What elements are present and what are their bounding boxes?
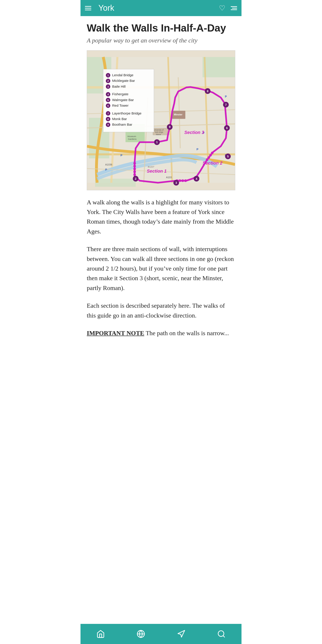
svg-text:Layerthorpe Bridge: Layerthorpe Bridge bbox=[112, 111, 141, 115]
svg-text:6: 6 bbox=[107, 104, 109, 107]
favorite-icon[interactable]: ♡ bbox=[219, 4, 226, 12]
options-menu-icon[interactable] bbox=[231, 6, 237, 10]
svg-text:6: 6 bbox=[226, 126, 228, 130]
app-header: York ♡ bbox=[80, 0, 242, 16]
svg-text:1: 1 bbox=[156, 141, 158, 144]
svg-text:7: 7 bbox=[225, 103, 227, 106]
svg-text:University of: University of bbox=[154, 129, 164, 131]
svg-text:P: P bbox=[120, 154, 122, 157]
header-right: ♡ bbox=[219, 4, 237, 12]
menu-icon[interactable] bbox=[85, 6, 91, 10]
svg-text:9: 9 bbox=[107, 124, 109, 126]
map-container[interactable]: Museum Gardens bbox=[87, 50, 235, 190]
svg-text:7: 7 bbox=[107, 112, 109, 115]
svg-text:Red Tower: Red Tower bbox=[112, 104, 128, 107]
svg-text:9: 9 bbox=[169, 126, 170, 128]
svg-text:A103: A103 bbox=[166, 176, 172, 179]
svg-text:P: P bbox=[225, 95, 227, 98]
svg-text:Section 1: Section 1 bbox=[147, 168, 167, 173]
svg-text:Fishergate: Fishergate bbox=[112, 92, 128, 96]
svg-text:Museum: Museum bbox=[128, 135, 136, 138]
svg-text:P: P bbox=[196, 148, 198, 151]
main-content: Walk the Walls In-Half-A-Day A popular w… bbox=[80, 16, 242, 373]
paragraph-1: A walk along the walls is a highlight fo… bbox=[87, 198, 235, 236]
svg-text:Gardens: Gardens bbox=[128, 138, 136, 140]
paragraph-4: IMPORTANT NOTE The path on the walls is … bbox=[87, 328, 235, 338]
svg-text:Minster: Minster bbox=[174, 113, 182, 116]
svg-text:P: P bbox=[105, 168, 107, 171]
svg-rect-4 bbox=[95, 179, 136, 187]
svg-text:York Kings: York Kings bbox=[154, 131, 163, 133]
svg-text:4: 4 bbox=[196, 177, 197, 180]
header-left: York bbox=[85, 3, 114, 13]
article-title: Walk the Walls In-Half-A-Day bbox=[87, 22, 235, 34]
svg-text:3: 3 bbox=[175, 181, 177, 184]
page-title-header: York bbox=[98, 3, 114, 13]
svg-text:Manor: Manor bbox=[156, 134, 161, 136]
svg-text:Lendal Bridge: Lendal Bridge bbox=[112, 73, 133, 77]
svg-text:Walmgate Bar: Walmgate Bar bbox=[112, 98, 134, 102]
svg-text:2: 2 bbox=[135, 177, 136, 180]
svg-text:8: 8 bbox=[207, 90, 208, 92]
paragraph-2: There are three main sections of wall, w… bbox=[87, 244, 235, 293]
svg-text:A1036: A1036 bbox=[105, 163, 112, 166]
important-note-text: The path on the walls is narrow... bbox=[146, 330, 229, 336]
important-note-label: IMPORTANT NOTE bbox=[87, 330, 144, 336]
map-svg: Museum Gardens bbox=[87, 50, 235, 189]
svg-text:Section 3: Section 3 bbox=[184, 130, 204, 135]
svg-text:Monk Bar: Monk Bar bbox=[112, 117, 127, 121]
svg-rect-3 bbox=[202, 57, 235, 77]
svg-text:8: 8 bbox=[107, 118, 109, 120]
svg-text:Micklegate Bar: Micklegate Bar bbox=[112, 79, 135, 82]
svg-text:Baile Hill: Baile Hill bbox=[112, 84, 126, 88]
svg-text:Bootham Bar: Bootham Bar bbox=[112, 122, 132, 126]
svg-text:1: 1 bbox=[107, 74, 109, 77]
svg-text:B1227: B1227 bbox=[148, 166, 154, 168]
svg-text:Section 2: Section 2 bbox=[202, 160, 222, 165]
svg-text:4: 4 bbox=[107, 93, 109, 96]
svg-text:2: 2 bbox=[107, 80, 109, 82]
svg-text:5: 5 bbox=[107, 98, 109, 101]
paragraph-3: Each section is described separately her… bbox=[87, 301, 235, 320]
svg-text:3: 3 bbox=[107, 85, 109, 88]
svg-text:5: 5 bbox=[227, 155, 229, 158]
article-subtitle: A popular way to get an overview of the … bbox=[87, 37, 235, 44]
